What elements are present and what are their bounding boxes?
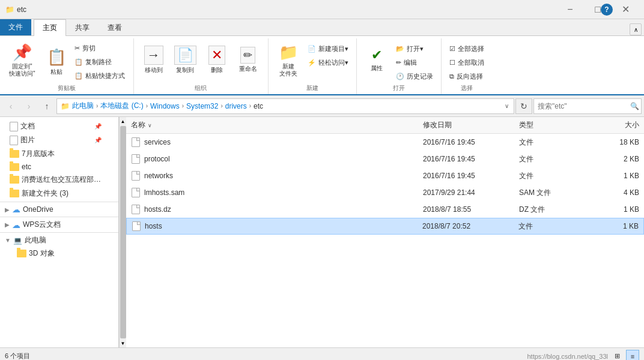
protocol-date: 2016/7/16 19:45 <box>423 155 519 163</box>
rename-button[interactable]: ✏ 重命名 <box>233 40 263 80</box>
new-folder-icon: 📁 <box>279 43 298 62</box>
title-bar-controls: − □ ✕ <box>556 0 639 19</box>
crumb-drivers[interactable]: drivers <box>225 102 247 110</box>
move-to-button[interactable]: → 移动到 <box>139 40 169 80</box>
copy-path-button[interactable]: 📋 复制路径 <box>71 55 128 68</box>
sidebar-scroll-up[interactable]: ▲ <box>120 117 127 125</box>
sidebar: 文档 📌 图片 📌 7月底版本 etc <box>0 117 119 347</box>
copy-path-icon: 📋 <box>74 58 83 66</box>
sidebar-scroll-thumb[interactable] <box>120 126 126 338</box>
col-header-date[interactable]: 修改日期 <box>423 120 519 130</box>
select-none-label: 全部取消 <box>458 58 484 67</box>
ribbon-collapse-button[interactable]: ∧ <box>630 23 642 35</box>
edit-button[interactable]: ✏ 编辑 <box>393 56 436 69</box>
sidebar-item-documents[interactable]: 文档 📌 <box>0 119 118 133</box>
copy-to-label: 复制到 <box>176 66 194 74</box>
new-item-button[interactable]: 📄 新建项目▾ <box>305 42 351 55</box>
address-dropdown-button[interactable]: ∨ <box>503 101 510 110</box>
back-button[interactable]: ‹ <box>2 98 19 115</box>
search-input[interactable] <box>538 102 628 110</box>
select-none-icon: ☐ <box>449 59 455 67</box>
tab-share[interactable]: 共享 <box>66 19 99 36</box>
title-bar: 📁 etc − □ ✕ ? <box>0 0 644 19</box>
forward-button[interactable]: › <box>20 98 37 115</box>
select-all-button[interactable]: ☑ 全部选择 <box>446 42 487 55</box>
address-bar[interactable]: 📁 此电脑 › 本地磁盘 (C:) › Windows › System32 ›… <box>56 98 514 114</box>
sidebar-item-hongbao[interactable]: 消费送红包交互流程部分切图 <box>0 173 118 187</box>
sidebar-scroll-down[interactable]: ▼ <box>120 339 127 347</box>
new-item-label: 新建项目▾ <box>318 44 348 53</box>
title-bar-title: etc <box>17 5 556 14</box>
sidebar-section-wps[interactable]: ▶ ☁ WPS云文档 <box>0 218 118 231</box>
view-detail-button[interactable]: ⊞ <box>610 350 624 361</box>
sidebar-item-pictures[interactable]: 图片 📌 <box>0 133 118 147</box>
file-row-services[interactable]: services 2016/7/16 19:45 文件 18 KB <box>126 134 644 151</box>
open-file-button[interactable]: 📂 打开▾ <box>393 42 436 55</box>
crumb-c-drive[interactable]: 本地磁盘 (C:) <box>100 101 143 111</box>
delete-icon: ✕ <box>208 46 225 65</box>
cut-icon: ✂ <box>74 44 80 52</box>
hosts-dz-icon <box>131 204 141 215</box>
july-label: 7月底版本 <box>22 149 55 159</box>
close-button[interactable]: ✕ <box>612 0 639 19</box>
help-button[interactable]: ? <box>601 4 613 16</box>
tab-view[interactable]: 查看 <box>99 19 131 36</box>
properties-button[interactable]: ✔ 属性 <box>362 40 392 80</box>
hosts-icon <box>132 221 141 232</box>
copy-to-button[interactable]: 📄 复制到 <box>170 40 201 80</box>
open-label: 打开 <box>393 83 405 94</box>
pin-button[interactable]: 📌 固定到"快速访问" <box>5 40 40 80</box>
networks-date: 2016/7/16 19:45 <box>423 172 519 180</box>
sidebar-item-3d[interactable]: 3D 对象 <box>0 247 118 260</box>
easy-access-label: 轻松访问▾ <box>318 58 348 67</box>
ribbon-group-open: ✔ 属性 📂 打开▾ ✏ 编辑 🕐 历史记录 打开 <box>357 38 442 94</box>
new-folder-button[interactable]: 📁 新建文件夹 <box>273 40 303 80</box>
tab-file[interactable]: 文件 <box>0 19 31 35</box>
easy-access-button[interactable]: ⚡ 轻松访问▾ <box>305 56 351 69</box>
protocol-type: 文件 <box>519 154 591 164</box>
crumb-this-pc[interactable]: 此电脑 <box>72 101 94 111</box>
file-row-lmhosts[interactable]: lmhosts.sam 2017/9/29 21:44 SAM 文件 4 KB <box>126 184 644 201</box>
minimize-button[interactable]: − <box>556 0 584 19</box>
file-list-header: 名称 ∨ 修改日期 类型 大小 <box>126 117 644 134</box>
paste-button[interactable]: 📋 粘贴 <box>41 41 71 82</box>
navigation-bar: ‹ › ↑ 📁 此电脑 › 本地磁盘 (C:) › Windows › Syst… <box>0 95 644 117</box>
history-button[interactable]: 🕐 历史记录 <box>393 70 436 83</box>
up-button[interactable]: ↑ <box>38 98 55 115</box>
delete-button[interactable]: ✕ 删除 <box>202 40 232 80</box>
hosts-date: 2018/8/7 20:52 <box>422 222 518 230</box>
easy-access-icon: ⚡ <box>308 59 316 67</box>
col-header-name[interactable]: 名称 ∨ <box>131 120 423 130</box>
crumb-windows[interactable]: Windows <box>150 102 180 110</box>
crumb-system32[interactable]: System32 <box>186 102 218 110</box>
3d-label: 3D 对象 <box>29 248 55 259</box>
select-none-button[interactable]: ☐ 全部取消 <box>446 56 487 69</box>
col-header-size[interactable]: 大小 <box>591 120 639 130</box>
status-right: https://blog.csdn.net/qq_33l ⊞ ≡ <box>527 350 639 361</box>
cut-button[interactable]: ✂ 剪切 <box>71 41 128 55</box>
sidebar-item-new-folder[interactable]: 新建文件夹 (3) <box>0 187 118 200</box>
networks-type: 文件 <box>519 171 591 181</box>
clipboard-label: 剪贴板 <box>58 83 76 94</box>
sidebar-item-july[interactable]: 7月底版本 <box>0 147 118 161</box>
file-row-networks[interactable]: networks 2016/7/16 19:45 文件 1 KB <box>126 167 644 184</box>
sidebar-section-thispc[interactable]: ▼ 💻 此电脑 <box>0 234 118 247</box>
col-header-type[interactable]: 类型 <box>519 120 591 130</box>
edit-label: 编辑 <box>404 58 417 67</box>
invert-select-button[interactable]: ⧉ 反向选择 <box>446 70 487 83</box>
paste-shortcut-button[interactable]: 📋 粘贴快捷方式 <box>71 69 128 82</box>
lmhosts-name: lmhosts.sam <box>144 188 423 197</box>
search-box[interactable]: 🔍 <box>533 98 642 114</box>
view-list-button[interactable]: ≡ <box>626 350 639 361</box>
sidebar-item-etc[interactable]: etc <box>0 161 118 173</box>
file-row-hosts[interactable]: hosts 2018/8/7 20:52 文件 1 KB <box>126 218 644 235</box>
file-row-hosts-dz[interactable]: hosts.dz 2018/8/7 18:55 DZ 文件 1 KB <box>126 201 644 218</box>
file-row-protocol[interactable]: protocol 2016/7/16 19:45 文件 2 KB <box>126 151 644 167</box>
tab-home[interactable]: 主页 <box>34 19 66 36</box>
copy-cut-col: ✂ 剪切 📋 复制路径 📋 粘贴快捷方式 <box>71 41 128 82</box>
sidebar-divider-3 <box>0 232 118 233</box>
sep-3: › <box>182 103 184 109</box>
sidebar-section-onedrive[interactable]: ▶ ☁ OneDrive <box>0 203 118 215</box>
hosts-size: 1 KB <box>591 222 639 230</box>
refresh-button[interactable]: ↻ <box>515 98 532 114</box>
